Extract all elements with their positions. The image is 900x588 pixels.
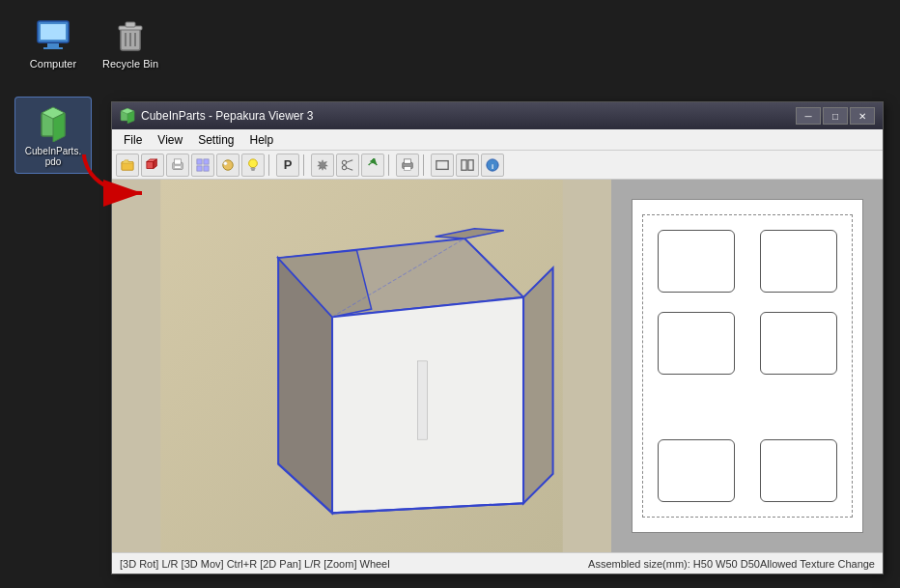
computer-icon — [34, 15, 72, 54]
desktop-icon-computer[interactable]: Computer — [14, 10, 92, 75]
toolbar-info-button[interactable]: i — [481, 154, 504, 177]
svg-rect-25 — [197, 158, 202, 163]
app-icon — [120, 108, 135, 124]
paper-piece-1 — [658, 230, 735, 293]
paper-piece-3 — [760, 312, 837, 375]
2d-paper-view[interactable] — [612, 180, 883, 552]
svg-rect-28 — [204, 165, 209, 170]
computer-icon-label: Computer — [30, 58, 76, 70]
svg-point-29 — [223, 159, 234, 170]
status-bar: [3D Rot] L/R [3D Mov] Ctrl+R [2D Pan] L/… — [112, 552, 883, 574]
toolbar-3d-color-button[interactable] — [141, 154, 164, 177]
app-window: CubeInParts - Pepakura Viewer 3 ─ □ ✕ Fi… — [111, 101, 884, 574]
toolbar-open-button[interactable] — [116, 154, 139, 177]
toolbar-view2-button[interactable] — [456, 154, 479, 177]
maximize-button[interactable]: □ — [823, 107, 848, 125]
cubeinparts-file-icon — [34, 103, 72, 142]
svg-marker-18 — [122, 159, 132, 163]
close-button[interactable]: ✕ — [850, 107, 875, 125]
menu-bar: File View Setting Help — [112, 129, 883, 151]
paper-piece-2 — [760, 230, 837, 293]
minimize-button[interactable]: ─ — [796, 107, 821, 125]
desktop-icon-cubeinparts-file[interactable]: CubeInParts. pdo — [14, 97, 92, 174]
paper-piece-6 — [760, 439, 837, 502]
status-left: [3D Rot] L/R [3D Mov] Ctrl+R [2D Pan] L/… — [120, 558, 497, 570]
main-content — [112, 180, 883, 552]
svg-rect-41 — [405, 166, 411, 170]
toolbar-light-button[interactable] — [241, 154, 265, 177]
svg-rect-3 — [43, 47, 63, 49]
title-bar: CubeInParts - Pepakura Viewer 3 ─ □ ✕ — [112, 102, 883, 129]
toolbar-unfold-button[interactable] — [361, 154, 384, 177]
menu-help[interactable]: Help — [242, 131, 282, 149]
svg-point-30 — [224, 161, 228, 165]
toolbar-texture-button[interactable] — [216, 154, 239, 177]
recycle-bin-icon — [111, 15, 150, 54]
svg-rect-6 — [126, 22, 135, 27]
svg-point-34 — [342, 160, 346, 164]
window-controls: ─ □ ✕ — [796, 107, 875, 125]
svg-rect-54 — [417, 361, 427, 439]
status-right: Assembled size(mm): H50 W50 D50Allowed T… — [497, 558, 875, 570]
menu-file[interactable]: File — [116, 131, 150, 149]
toolbar-p-button[interactable]: P — [276, 154, 299, 177]
toolbar-settings-button[interactable] — [311, 154, 334, 177]
svg-rect-23 — [175, 158, 182, 163]
svg-rect-24 — [175, 165, 182, 168]
svg-rect-27 — [197, 165, 202, 170]
toolbar: P — [112, 151, 883, 180]
window-title: CubeInParts - Pepakura Viewer 3 — [141, 109, 796, 123]
desktop-icon-recycle-bin[interactable]: Recycle Bin — [92, 10, 169, 75]
svg-line-37 — [346, 167, 352, 170]
svg-rect-26 — [204, 158, 209, 163]
paper-piece-5 — [658, 439, 735, 502]
svg-rect-19 — [147, 161, 154, 168]
3d-view[interactable] — [112, 180, 612, 552]
svg-rect-44 — [468, 159, 473, 170]
toolbar-separator-1 — [268, 154, 272, 176]
toolbar-print-preview-button[interactable] — [166, 154, 189, 177]
3d-cube-display — [112, 180, 611, 552]
paper-piece-4 — [658, 312, 735, 375]
toolbar-separator-4 — [423, 154, 427, 176]
toolbar-cut-button[interactable] — [336, 154, 359, 177]
menu-view[interactable]: View — [150, 131, 190, 149]
menu-setting[interactable]: Setting — [190, 131, 241, 149]
svg-rect-2 — [47, 43, 59, 47]
paper-sheet — [632, 199, 863, 533]
svg-text:i: i — [492, 161, 493, 170]
cubeinparts-file-icon-label: CubeInParts. pdo — [25, 146, 81, 167]
toolbar-view1-button[interactable] — [431, 154, 454, 177]
paper-dashed-border — [642, 214, 853, 518]
svg-rect-32 — [251, 167, 255, 169]
svg-line-36 — [346, 159, 352, 162]
svg-rect-43 — [462, 159, 466, 170]
svg-point-35 — [342, 165, 346, 169]
svg-marker-51 — [523, 267, 552, 503]
toolbar-print-button[interactable] — [396, 154, 419, 177]
toolbar-separator-3 — [388, 154, 392, 176]
svg-marker-50 — [332, 297, 523, 513]
recycle-bin-icon-label: Recycle Bin — [102, 58, 158, 70]
toolbar-grid-button[interactable] — [191, 154, 214, 177]
toolbar-separator-2 — [303, 154, 307, 176]
svg-rect-40 — [405, 158, 411, 162]
svg-rect-33 — [251, 169, 255, 170]
svg-rect-42 — [436, 160, 448, 169]
desktop: Computer Recycle Bin CubeInParts. — [0, 0, 900, 588]
svg-point-31 — [249, 158, 258, 167]
svg-rect-1 — [41, 24, 66, 40]
